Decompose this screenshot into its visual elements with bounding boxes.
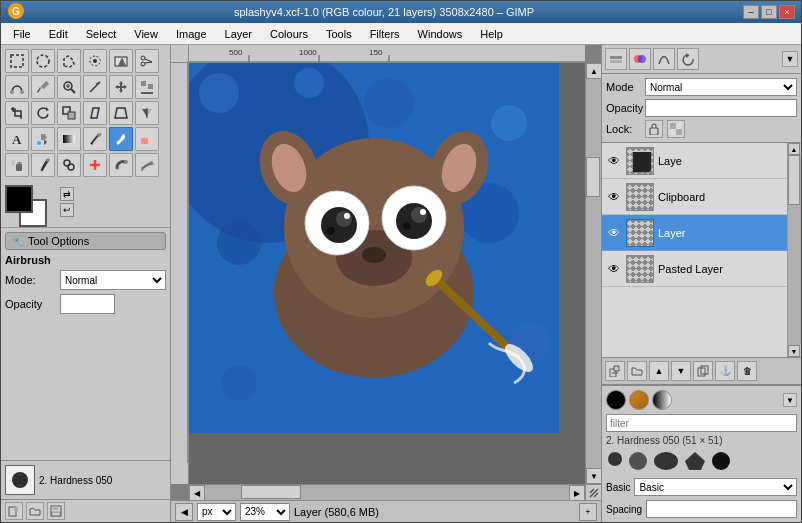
tool-shear[interactable] [83,101,107,125]
maximize-button[interactable]: □ [761,5,777,19]
brush-spacing-input[interactable]: 10,0 [646,500,797,518]
layer-eye-0[interactable]: 👁 [606,153,622,169]
scroll-v-thumb[interactable] [586,157,600,197]
tool-pencil[interactable] [83,127,107,151]
tool-paintbrush[interactable] [109,127,133,151]
layers-scrollbar[interactable]: ▲ ▼ [787,143,801,357]
bottom-open-icon[interactable] [26,502,44,520]
layer-eye-2[interactable]: 👁 [606,225,622,241]
tool-bucket-fill[interactable] [31,127,55,151]
tool-flip[interactable] [135,101,159,125]
menu-item-layer[interactable]: Layer [217,26,261,42]
fg-color-swatch[interactable] [5,185,33,213]
brush-dot-3[interactable] [652,450,680,474]
scroll-v-track[interactable] [586,79,601,468]
tool-fuzzy-select[interactable] [83,49,107,73]
brush-dot-4[interactable] [683,450,707,474]
reset-colors-icon[interactable]: ↩ [60,203,74,217]
tool-blend[interactable] [57,127,81,151]
tool-ink[interactable] [31,153,55,177]
menu-item-image[interactable]: Image [168,26,215,42]
brushes-panel-menu[interactable]: ▼ [783,393,797,407]
tool-perspective[interactable] [109,101,133,125]
duplicate-layer-btn[interactable] [693,361,713,381]
layer-item-1[interactable]: 👁 Clipboard [602,179,801,215]
canvas-expand-btn[interactable]: ◀ [175,503,193,521]
tool-move[interactable] [109,75,133,99]
layer-eye-1[interactable]: 👁 [606,189,622,205]
tool-airbrush[interactable] [5,153,29,177]
open-layer-btn[interactable] [627,361,647,381]
tool-select-by-color[interactable] [109,49,133,73]
tool-paths[interactable] [5,75,29,99]
close-button[interactable]: × [779,5,795,19]
move-layer-up-btn[interactable]: ▲ [649,361,669,381]
delete-layer-btn[interactable]: 🗑 [737,361,757,381]
tool-heal[interactable] [83,153,107,177]
tool-clone[interactable] [57,153,81,177]
tool-rotate[interactable] [31,101,55,125]
brush-basic-select[interactable]: Basic [634,478,797,496]
layer-eye-3[interactable]: 👁 [606,261,622,277]
paths-panel-icon[interactable] [653,48,675,70]
menu-item-select[interactable]: Select [78,26,125,42]
tool-color-picker[interactable] [31,75,55,99]
scroll-h-track[interactable] [205,485,569,500]
brush-dot-1[interactable] [606,450,624,474]
brush-swatch-black[interactable] [606,390,626,410]
canvas-viewport[interactable] [189,63,585,484]
menu-item-view[interactable]: View [126,26,166,42]
menu-item-help[interactable]: Help [472,26,511,42]
tool-scissors[interactable] [135,49,159,73]
swap-colors-icon[interactable]: ⇄ [60,187,74,201]
channels-icon[interactable] [629,48,651,70]
scroll-right-button[interactable]: ▶ [569,485,585,501]
tool-eraser[interactable] [135,127,159,151]
tool-measure[interactable] [83,75,107,99]
menu-item-filters[interactable]: Filters [362,26,408,42]
move-layer-down-btn[interactable]: ▼ [671,361,691,381]
scrollbar-horizontal[interactable]: ◀ ▶ [189,484,585,500]
brush-filter-input[interactable] [606,414,797,432]
layers-mode-select[interactable]: Normal [645,78,797,96]
brush-swatch-orange[interactable] [629,390,649,410]
new-layer-btn[interactable] [605,361,625,381]
tool-crop[interactable] [5,101,29,125]
brush-preview-thumb[interactable] [5,465,35,495]
scroll-up-button[interactable]: ▲ [586,63,602,79]
layer-item-0[interactable]: 👁 Laye ▶ [602,143,801,179]
mode-select[interactable]: Normal [60,270,166,290]
right-panel-menu-btn[interactable]: ▼ [782,51,798,67]
tool-dodge-burn[interactable] [109,153,133,177]
tool-smudge[interactable] [135,153,159,177]
layers-scroll-up[interactable]: ▲ [788,143,800,155]
tool-scale[interactable] [57,101,81,125]
undo-history-icon[interactable] [677,48,699,70]
anchor-layer-btn[interactable]: ⚓ [715,361,735,381]
scrollbar-vertical[interactable]: ▲ ▼ [585,63,601,484]
menu-item-colours[interactable]: Colours [262,26,316,42]
menu-item-edit[interactable]: Edit [41,26,76,42]
tool-zoom[interactable] [57,75,81,99]
menu-item-windows[interactable]: Windows [410,26,471,42]
lock-pixels-icon[interactable] [645,120,663,138]
brush-swatch-gradient[interactable] [652,390,672,410]
bottom-save-icon[interactable] [47,502,65,520]
tool-free-select[interactable] [57,49,81,73]
layers-scroll-down[interactable]: ▼ [788,345,800,357]
scroll-down-button[interactable]: ▼ [586,468,602,484]
zoom-select[interactable]: 23% 50% 100% [240,503,290,521]
minimize-button[interactable]: – [743,5,759,19]
tool-text[interactable]: A [5,127,29,151]
layers-icon[interactable] [605,48,627,70]
brush-dot-2[interactable] [627,450,649,474]
bottom-new-icon[interactable] [5,502,23,520]
canvas-expand-right-btn[interactable]: + [579,503,597,521]
lock-alpha-icon[interactable] [667,120,685,138]
tool-align[interactable] [135,75,159,99]
brush-dot-5[interactable] [710,450,732,474]
menu-item-file[interactable]: File [5,26,39,42]
unit-select[interactable]: px in mm [197,503,236,521]
tool-rect-select[interactable] [5,49,29,73]
layer-item-2[interactable]: 👁 Layer [602,215,801,251]
